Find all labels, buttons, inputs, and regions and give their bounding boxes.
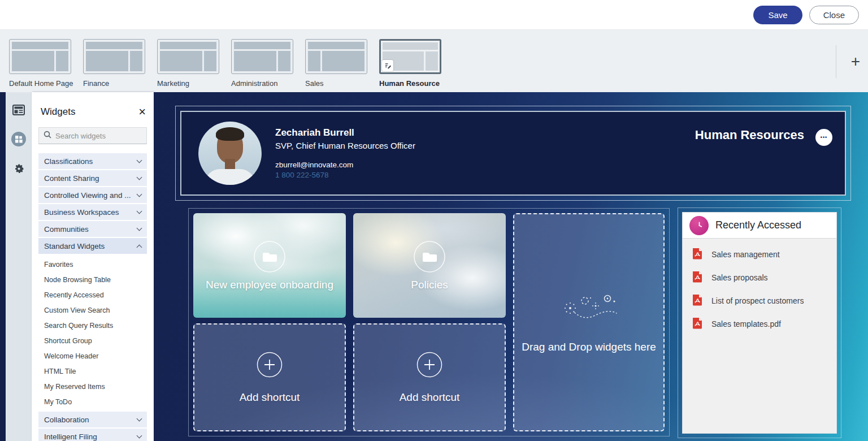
template-label: Finance bbox=[83, 79, 157, 88]
section-label: Communities bbox=[44, 225, 89, 234]
chevron-down-icon bbox=[137, 209, 142, 214]
profile-email: zburrell@innovate.com bbox=[275, 161, 415, 169]
template-label: Sales bbox=[305, 79, 379, 88]
widget-item-search-query-results[interactable]: Search Query Results bbox=[32, 318, 154, 333]
template-label: Marketing bbox=[157, 79, 231, 88]
add-page-button[interactable]: + bbox=[851, 54, 860, 70]
template-thumbnail bbox=[379, 39, 441, 74]
section-business-workspaces[interactable]: Business Workspaces bbox=[38, 204, 147, 220]
section-communities[interactable]: Communities bbox=[38, 221, 147, 237]
chevron-down-icon bbox=[137, 192, 142, 197]
widget-item-my-todo[interactable]: My ToDo bbox=[32, 394, 154, 409]
section-label: Content Sharing bbox=[44, 174, 99, 183]
profile-phone-link[interactable]: 1 800 222-5678 bbox=[275, 171, 415, 179]
section-label: Business Workspaces bbox=[44, 208, 119, 217]
widget-item-favorites[interactable]: Favorites bbox=[32, 257, 154, 272]
template-administration[interactable]: Administration bbox=[231, 39, 305, 92]
recently-accessed-widget[interactable]: Recently Accessed Sales management bbox=[678, 207, 841, 438]
add-shortcut-label: Add shortcut bbox=[400, 391, 460, 404]
shortcut-tile-policies[interactable]: Policies bbox=[353, 213, 506, 318]
clock-icon bbox=[689, 216, 709, 235]
widget-item-welcome-header[interactable]: Welcome Header bbox=[32, 348, 154, 364]
template-human-resource-selected[interactable]: Human Resource bbox=[379, 39, 453, 92]
close-icon[interactable]: × bbox=[138, 106, 146, 118]
page-title: Human Resources bbox=[695, 128, 804, 142]
tile-label: Policies bbox=[411, 279, 448, 291]
section-intelligent-filing[interactable]: Intelligent Filing bbox=[38, 429, 147, 441]
sidebar-rail bbox=[6, 92, 32, 441]
edit-template-icon bbox=[382, 60, 393, 71]
widget-item-shortcut-group[interactable]: Shortcut Group bbox=[32, 333, 154, 348]
settings-gear-icon[interactable] bbox=[10, 160, 27, 177]
search-widgets-input[interactable] bbox=[55, 132, 155, 140]
welcome-header-widget[interactable]: Zechariah Burrell SVP, Chief Human Resou… bbox=[175, 106, 851, 201]
section-label: Intelligent Filing bbox=[44, 433, 97, 441]
widgets-grid-icon[interactable] bbox=[10, 131, 27, 148]
widget-item-node-browsing-table[interactable]: Node Browsing Table bbox=[32, 272, 154, 287]
header-menu-button[interactable]: ••• bbox=[815, 129, 832, 146]
page-template-strip: Default Home Page Finance Marketing Admi… bbox=[0, 29, 868, 92]
pdf-file-icon bbox=[691, 270, 704, 286]
template-thumbnail bbox=[305, 39, 367, 74]
template-label: Administration bbox=[231, 79, 305, 88]
section-classifications[interactable]: Classifications bbox=[38, 153, 147, 169]
chevron-down-icon bbox=[137, 416, 142, 422]
top-action-bar: Save Close bbox=[0, 0, 868, 29]
shortcut-group-widget: New employee onboarding Policies bbox=[188, 208, 670, 436]
widgets-panel-title: Widgets bbox=[41, 106, 75, 118]
welcome-header-card: Zechariah Burrell SVP, Chief Human Resou… bbox=[180, 111, 846, 196]
template-thumbnail bbox=[9, 39, 71, 74]
add-shortcut-label: Add shortcut bbox=[240, 391, 300, 404]
chevron-up-icon bbox=[137, 244, 142, 250]
section-label: Collaboration bbox=[44, 416, 89, 424]
plus-circle-icon bbox=[257, 352, 283, 380]
shortcut-tile-new-employee-onboarding[interactable]: New employee onboarding bbox=[193, 213, 346, 318]
widget-item-recently-accessed[interactable]: Recently Accessed bbox=[32, 287, 154, 302]
list-item[interactable]: List of prospect customers bbox=[691, 293, 828, 309]
sparkles-doodle-icon bbox=[558, 291, 620, 326]
save-button[interactable]: Save bbox=[753, 6, 802, 24]
section-content-sharing[interactable]: Content Sharing bbox=[38, 170, 147, 186]
widget-item-custom-view-search[interactable]: Custom View Search bbox=[32, 302, 154, 318]
template-label: Default Home Page bbox=[9, 79, 83, 88]
widget-dropzone[interactable]: Drag and Drop widgets here bbox=[513, 213, 665, 431]
section-collaboration[interactable]: Collaboration bbox=[38, 412, 147, 427]
recently-accessed-list: Sales management Sales proposals bbox=[683, 239, 836, 340]
plus-circle-icon bbox=[416, 352, 442, 380]
list-item[interactable]: Sales proposals bbox=[691, 270, 828, 286]
template-thumbnail bbox=[83, 39, 145, 74]
template-thumbnail bbox=[157, 39, 219, 74]
chevron-down-icon bbox=[137, 158, 142, 163]
template-sales[interactable]: Sales bbox=[305, 39, 379, 92]
avatar bbox=[198, 122, 262, 185]
template-label: Human Resource bbox=[379, 79, 453, 88]
add-shortcut-button[interactable]: Add shortcut bbox=[353, 323, 506, 431]
close-button[interactable]: Close bbox=[809, 6, 859, 24]
add-shortcut-button[interactable]: Add shortcut bbox=[193, 323, 346, 431]
template-default-home-page[interactable]: Default Home Page bbox=[9, 39, 83, 92]
list-item-label: Sales proposals bbox=[711, 273, 768, 282]
section-label: Classifications bbox=[44, 157, 93, 166]
folder-icon bbox=[413, 240, 446, 275]
editor-content: Widgets × Classifications Content Sharin… bbox=[0, 92, 868, 441]
recently-accessed-card: Recently Accessed Sales management bbox=[682, 212, 837, 434]
template-marketing[interactable]: Marketing bbox=[157, 39, 231, 92]
pdf-file-icon bbox=[691, 247, 704, 262]
list-item[interactable]: Sales templates.pdf bbox=[691, 316, 828, 332]
chevron-down-icon bbox=[137, 433, 142, 439]
layout-panel-icon[interactable] bbox=[10, 101, 27, 118]
section-controlled-viewing[interactable]: Controlled Viewing and ... bbox=[38, 187, 147, 203]
widget-item-my-reserved-items[interactable]: My Reserved Items bbox=[32, 379, 154, 394]
section-label: Standard Widgets bbox=[44, 242, 105, 250]
chevron-down-icon bbox=[137, 226, 142, 231]
recently-accessed-title: Recently Accessed bbox=[715, 219, 801, 231]
left-edge bbox=[0, 92, 6, 441]
list-item[interactable]: Sales management bbox=[691, 247, 828, 262]
standard-widgets-list: Favorites Node Browsing Table Recently A… bbox=[32, 255, 154, 412]
section-standard-widgets[interactable]: Standard Widgets bbox=[38, 238, 147, 254]
page-canvas: Zechariah Burrell SVP, Chief Human Resou… bbox=[154, 92, 868, 441]
template-finance[interactable]: Finance bbox=[83, 39, 157, 92]
strip-divider bbox=[836, 45, 836, 78]
widget-item-html-tile[interactable]: HTML Tile bbox=[32, 364, 154, 379]
profile-name: Zechariah Burrell bbox=[275, 127, 415, 139]
